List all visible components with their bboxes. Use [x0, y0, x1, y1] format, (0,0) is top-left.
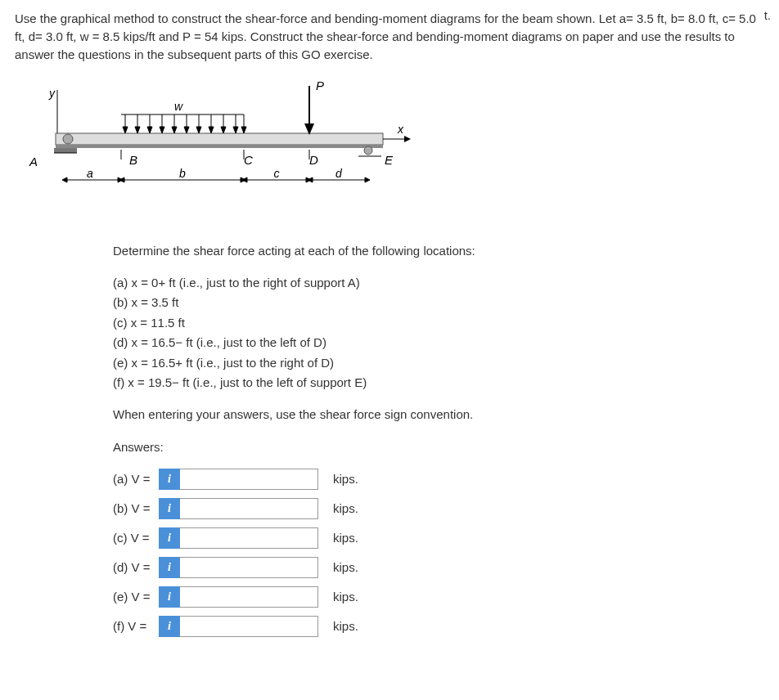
unit-label: kips. [333, 619, 358, 633]
svg-marker-60 [365, 177, 370, 182]
answer-input-e[interactable] [180, 586, 318, 608]
unit-label: kips. [333, 472, 358, 486]
svg-marker-10 [147, 127, 152, 133]
loc-b: (b) x = 3.5 ft [113, 294, 764, 312]
svg-text:d: d [335, 167, 343, 180]
svg-marker-18 [196, 127, 201, 133]
loc-e: (e) x = 16.5+ ft (i.e., just to the righ… [113, 354, 764, 373]
svg-text:b: b [179, 167, 186, 180]
svg-text:C: C [244, 153, 253, 167]
answer-row-e: (e) V = i kips. [113, 585, 764, 609]
svg-marker-6 [123, 127, 128, 133]
svg-point-33 [63, 134, 73, 144]
answer-input-a[interactable] [180, 469, 318, 490]
sign-convention-note: When entering your answers, use the shea… [113, 406, 764, 424]
answer-label: (e) V = [113, 590, 159, 604]
unit-label: kips. [333, 590, 358, 604]
answers-header: Answers: [113, 438, 764, 457]
svg-text:P: P [316, 79, 324, 92]
answer-row-b: (b) V = i kips. [113, 496, 764, 521]
svg-text:x: x [397, 123, 404, 136]
answer-input-d[interactable] [180, 557, 318, 578]
svg-rect-2 [56, 145, 383, 148]
svg-text:A: A [29, 155, 38, 168]
info-icon[interactable]: i [159, 586, 180, 608]
svg-text:a: a [87, 167, 93, 180]
svg-marker-26 [241, 127, 246, 133]
answer-input-c[interactable] [180, 527, 318, 549]
loc-a: (a) x = 0+ ft (i.e., just to the right o… [113, 274, 764, 293]
answer-label: (b) V = [113, 501, 159, 515]
loc-d: (d) x = 16.5− ft (i.e., just to the left… [113, 334, 764, 352]
beam-diagram: y w P x A E B C D [15, 78, 764, 219]
answer-label: (d) V = [113, 560, 159, 574]
info-icon[interactable]: i [159, 498, 180, 519]
unit-label: kips. [333, 560, 358, 574]
answer-label: (c) V = [113, 531, 159, 545]
answer-label: (a) V = [113, 472, 159, 486]
axis-y-label: y [48, 87, 56, 100]
svg-text:B: B [129, 153, 137, 167]
svg-text:c: c [274, 167, 280, 180]
svg-marker-47 [62, 177, 67, 182]
info-icon[interactable]: i [159, 616, 180, 637]
svg-marker-22 [221, 127, 226, 133]
answer-input-f[interactable] [180, 616, 318, 637]
svg-rect-1 [56, 133, 383, 145]
svg-marker-14 [172, 127, 177, 133]
info-icon[interactable]: i [159, 557, 180, 578]
answer-label: (f) V = [113, 619, 159, 633]
problem-statement: Use the graphical method to construct th… [15, 10, 764, 63]
answer-row-d: (d) V = i kips. [113, 555, 764, 580]
answer-row-f: (f) V = i kips. [113, 614, 764, 639]
answer-input-b[interactable] [180, 498, 318, 519]
info-icon[interactable]: i [159, 469, 180, 490]
svg-marker-31 [404, 136, 411, 142]
loc-f: (f) x = 19.5− ft (i.e., just to the left… [113, 374, 764, 393]
svg-marker-12 [160, 127, 164, 133]
svg-marker-24 [233, 127, 238, 133]
svg-marker-8 [135, 127, 140, 133]
question-prompt: Determine the shear force acting at each… [113, 242, 764, 261]
loc-c: (c) x = 11.5 ft [113, 314, 764, 333]
svg-rect-34 [54, 148, 77, 153]
svg-text:w: w [174, 100, 183, 113]
answer-row-a: (a) V = i kips. [113, 467, 764, 491]
svg-point-37 [364, 146, 372, 155]
svg-text:E: E [385, 153, 394, 167]
answer-row-c: (c) V = i kips. [113, 526, 764, 550]
page-marker: t. [764, 8, 771, 22]
unit-label: kips. [333, 531, 358, 545]
svg-text:D: D [309, 153, 318, 167]
unit-label: kips. [333, 501, 358, 515]
info-icon[interactable]: i [159, 527, 180, 549]
svg-marker-20 [209, 127, 214, 133]
svg-marker-16 [184, 127, 189, 133]
